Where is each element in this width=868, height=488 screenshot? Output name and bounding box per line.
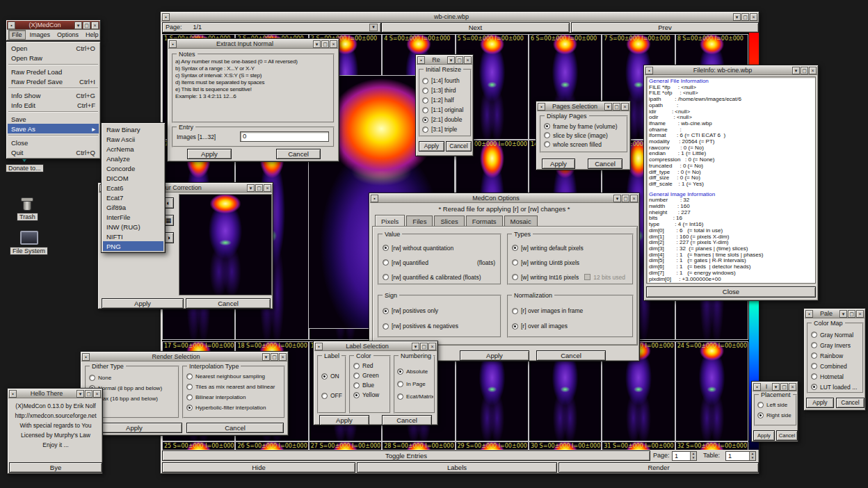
close-icon[interactable]: ×: [621, 103, 629, 111]
hello-titlebar[interactable]: ▪Hello There▾▢×: [8, 389, 102, 398]
apply-button[interactable]: Apply: [460, 350, 529, 361]
image-cell-31[interactable]: 31 S=00±000 I=00±000: [602, 441, 675, 450]
radio-option-none[interactable]: None: [89, 373, 177, 383]
render-button[interactable]: Render: [558, 462, 759, 473]
spin-down-icon[interactable]: ▼: [691, 456, 696, 460]
checkbox[interactable]: [584, 274, 590, 280]
radio-option-3-1-triple[interactable]: [3:1] triple: [422, 124, 469, 134]
options-titlebar[interactable]: ▪MedCon Options▾▢×: [370, 194, 638, 203]
shade-icon[interactable]: ▾: [772, 383, 780, 391]
label-titlebar[interactable]: ▪Label Selection▾▢×: [314, 342, 437, 351]
toggle-entries-button[interactable]: Toggle Entries: [162, 450, 650, 461]
image-cell-24[interactable]: 24 S=00±000 I=00±000: [675, 341, 748, 441]
desktop-icon-filesystem[interactable]: File System: [10, 231, 48, 255]
cancel-button[interactable]: Cancel: [186, 423, 284, 433]
radio-option-gray-normal[interactable]: Gray Normal: [811, 330, 861, 340]
apply-button[interactable]: Apply: [542, 158, 575, 169]
shade-icon[interactable]: ▾: [733, 13, 741, 21]
window-menu-icon[interactable]: ▪: [169, 40, 177, 48]
shade-icon[interactable]: ▾: [247, 184, 255, 192]
radio-option-rainbow[interactable]: Rainbow: [811, 350, 861, 361]
menu-item-concorde[interactable]: Concorde: [103, 163, 163, 173]
radio-option-combined[interactable]: Combined: [811, 361, 861, 371]
radio-option-blue[interactable]: Blue: [353, 380, 388, 390]
cancel-button[interactable]: Cancel: [186, 298, 271, 309]
maximize-icon[interactable]: ▢: [255, 184, 263, 192]
shade-icon[interactable]: ▾: [74, 22, 82, 29]
window-menu-icon[interactable]: ▪: [8, 22, 15, 29]
menu-item-png[interactable]: PNG: [103, 241, 163, 251]
apply-button[interactable]: Apply: [187, 149, 232, 159]
menu-item-raw-binary[interactable]: Raw Binary: [103, 124, 163, 134]
menu-item-info-edit[interactable]: Info EditCtrl+F: [8, 100, 99, 110]
table-spinner[interactable]: 1 ▲▼: [725, 451, 756, 461]
menu-item-analyze[interactable]: Analyze: [103, 154, 163, 163]
shade-icon[interactable]: ▾: [613, 195, 621, 202]
page-spinner[interactable]: 1 ▲▼: [672, 451, 697, 461]
radio-option-green[interactable]: Green: [353, 371, 388, 380]
image-cell-30[interactable]: 30 S=00±000 I=00±000: [529, 441, 602, 450]
menu-images[interactable]: Images: [27, 31, 54, 39]
close-icon[interactable]: ×: [464, 56, 472, 64]
menu-item-info-show[interactable]: Info ShowCtrl+G: [8, 90, 99, 100]
spin-down-icon[interactable]: ▼: [750, 456, 755, 460]
maximize-icon[interactable]: ▢: [848, 310, 855, 318]
cancel-button[interactable]: Cancel: [776, 430, 798, 441]
window-menu-icon[interactable]: ▪: [371, 195, 378, 202]
viewer-titlebar[interactable]: ▪wb-cine.wbp▾▢×: [161, 13, 758, 22]
radio-option-in-page[interactable]: In Page: [397, 377, 433, 390]
radio-option-w-writing-default-pixels[interactable]: [w] writing default pixels: [512, 241, 629, 255]
medcon-titlebar[interactable]: ▪(X)MedCon▾▢×: [7, 21, 99, 30]
close-icon[interactable]: ×: [428, 343, 436, 350]
menu-item-nifti[interactable]: NIFTI: [103, 231, 163, 241]
apply-button[interactable]: Apply: [102, 298, 184, 309]
menu-item-ecat7[interactable]: Ecat7: [103, 193, 163, 202]
shade-icon[interactable]: ▾: [77, 390, 84, 398]
radio-option-bilinear-interpolation[interactable]: Bilinear interpolation: [186, 392, 282, 402]
tab-files[interactable]: Files: [406, 215, 433, 226]
menu-item-quit[interactable]: QuitCtrl+Q: [8, 147, 99, 157]
close-icon[interactable]: ×: [789, 383, 796, 391]
combo-arrow-icon[interactable]: ▼: [369, 24, 378, 31]
menu-item-ecat6[interactable]: Ecat6: [103, 183, 163, 193]
menu-item-open-raw[interactable]: Open Raw: [8, 53, 99, 63]
radio-option-r-over-all-images[interactable]: [r] over all images: [512, 318, 629, 334]
window-menu-icon[interactable]: ▪: [417, 56, 425, 64]
next-button[interactable]: Next: [381, 22, 570, 33]
prev-button[interactable]: Prev: [571, 22, 759, 33]
radio-option-1-3-third[interactable]: [1:3] third: [422, 86, 469, 95]
window-menu-icon[interactable]: ▪: [538, 103, 545, 111]
radio-option-slice-by-slice-image[interactable]: slice by slice (image): [544, 131, 625, 140]
labels-button[interactable]: Labels: [357, 462, 557, 473]
radio-option-rw-positives-negatives[interactable]: [rw] positives & negatives: [383, 318, 497, 334]
radio-option-absolute[interactable]: Absolute: [397, 365, 433, 377]
window-menu-icon[interactable]: ▪: [645, 67, 653, 74]
maximize-icon[interactable]: ▢: [85, 390, 93, 398]
shade-icon[interactable]: ▾: [262, 353, 270, 361]
image-cell-27[interactable]: 27 S=00±000 I=00±000: [309, 441, 382, 450]
maximize-icon[interactable]: ▢: [321, 40, 329, 48]
shade-icon[interactable]: ▾: [447, 56, 455, 64]
render-titlebar[interactable]: ▪Render Selection▾▢×: [81, 352, 287, 361]
resize-titlebar[interactable]: ▪Re▾▢×: [417, 56, 472, 65]
shade-icon[interactable]: ▾: [792, 67, 800, 74]
radio-option-w-writing-int16-pixels[interactable]: [w] writing Int16 pixels12 bits used: [512, 270, 629, 284]
radio-option-off[interactable]: OFF: [321, 386, 344, 405]
shade-icon[interactable]: ▾: [313, 40, 321, 48]
bye-button[interactable]: Bye: [9, 462, 102, 473]
menu-item-inw-rug[interactable]: INW (RUG): [103, 222, 163, 231]
radio-option-rw-quantified-calibrated-floats[interactable]: [rw] quantified & calibrated (floats): [383, 270, 497, 284]
close-button[interactable]: Close: [646, 286, 816, 298]
radio-option-w-writing-uint8-pixels[interactable]: [w] writing Uint8 pixels: [512, 255, 629, 270]
maximize-icon[interactable]: ▢: [613, 103, 620, 111]
menu-item-save-as[interactable]: Save As▸: [8, 124, 99, 133]
image-cell-26[interactable]: 26 S=00±000 I=00±000: [235, 441, 308, 450]
radio-option-nearest-neighbour-sampling[interactable]: Nearest neighbour sampling: [186, 371, 282, 382]
close-icon[interactable]: ×: [264, 184, 271, 192]
close-icon[interactable]: ×: [91, 22, 99, 29]
radio-option-frame-by-frame-volume[interactable]: frame by frame (volume): [544, 122, 625, 131]
close-icon[interactable]: ×: [279, 353, 287, 361]
radio-option-tiles-as-mix-nearest-and-bilinear[interactable]: Tiles as mix nearest and bilinear: [186, 382, 282, 392]
radio-option-rw-positives-only[interactable]: [rw] positives only: [383, 303, 497, 318]
radio-option-right-side[interactable]: Right side: [757, 410, 795, 421]
